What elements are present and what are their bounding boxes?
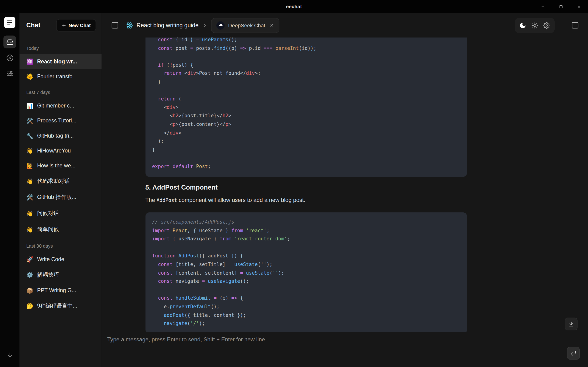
code-line: const [content, setContent] = useState('…	[152, 269, 460, 277]
code-line: navigate('/');	[152, 320, 460, 328]
theme-toggle-group	[515, 18, 555, 33]
panel-right-icon	[571, 21, 579, 29]
breadcrumb-chevron-icon	[202, 23, 208, 28]
chat-item-label: 简单问候	[37, 226, 59, 233]
main-header: React blog writing guide DeepSeek Chat	[102, 13, 588, 37]
code-line: return (	[152, 95, 460, 103]
chat-item-emoji-icon: 🛠️	[26, 194, 33, 200]
chat-item-emoji-icon: 🔧	[26, 133, 33, 139]
chat-item-emoji-icon: 🌞	[26, 74, 33, 79]
chat-list: Today⚛️React blog wr...🌞Fourier transfo.…	[20, 38, 102, 367]
nav-settings-button[interactable]	[3, 67, 16, 80]
chat-list-item[interactable]: ⚛️React blog wr...	[20, 54, 102, 69]
chat-item-label: 问候对话	[37, 210, 59, 217]
chat-list-item[interactable]: 🚀Write Code	[20, 252, 102, 267]
code-line: return <div>Post not found</div>;	[152, 69, 460, 78]
maximize-icon	[559, 4, 563, 9]
chat-section-label: Last 30 days	[20, 238, 102, 252]
code-line	[152, 52, 460, 61]
code-line: export default Post;	[152, 163, 460, 171]
chat-list-item[interactable]: 🛠️GitHub 操作版...	[20, 189, 102, 205]
chat-item-label: GitHub 操作版...	[37, 194, 76, 201]
rail-scroll-down-button[interactable]	[3, 348, 16, 361]
model-tab-close-icon[interactable]	[269, 23, 274, 28]
code-line: function AddPost({ addPost }) {	[152, 252, 460, 260]
arrow-down-to-line-icon	[568, 321, 574, 327]
panel-left-icon	[111, 21, 119, 29]
chat-list-item[interactable]: 🛠️Process Tutori...	[20, 113, 102, 128]
chat-item-emoji-icon: 📊	[26, 103, 33, 108]
chat-list-item[interactable]: 👋问候对话	[20, 205, 102, 221]
light-mode-button[interactable]	[530, 21, 540, 30]
compass-icon	[6, 54, 14, 61]
arrow-down-icon	[6, 351, 14, 358]
chat-content[interactable]: const { id } = useParams(); const post =…	[102, 38, 588, 332]
chat-list-item[interactable]: 🤔9种编程语言中...	[20, 298, 102, 314]
chat-item-emoji-icon: 🤔	[26, 303, 33, 309]
chat-list-item[interactable]: 📦PPT Writing G...	[20, 283, 102, 298]
scroll-to-bottom-button[interactable]	[565, 317, 578, 330]
code-line: addPost({ title, content });	[152, 311, 460, 319]
code: // src/components/AddPost.jsimport React…	[152, 218, 460, 328]
close-icon	[577, 4, 581, 9]
toggle-sidebar-button[interactable]	[110, 20, 121, 31]
nav-discover-button[interactable]	[3, 51, 16, 64]
chat-item-label: HiHowAreYou	[37, 148, 71, 154]
send-button[interactable]	[567, 347, 580, 360]
dark-mode-button[interactable]	[518, 21, 528, 30]
chat-item-label: Process Tutori...	[37, 117, 76, 124]
chat-list-item[interactable]: ⚙️解耦技巧	[20, 267, 102, 283]
message-input[interactable]	[102, 332, 588, 367]
paragraph-text: component will allow users to add a new …	[177, 197, 305, 203]
sun-icon	[531, 22, 538, 29]
chat-item-label: Git member c...	[37, 103, 74, 109]
titlebar: eechat	[0, 0, 588, 13]
code-line: const { id } = useParams();	[152, 38, 460, 44]
app-logo-icon	[4, 17, 15, 28]
chat-item-emoji-icon: 👋	[26, 178, 33, 184]
code: const { id } = useParams(); const post =…	[152, 38, 460, 171]
code-line: const handleSubmit = (e) => {	[152, 294, 460, 303]
paragraph-text: The	[146, 197, 157, 203]
close-button[interactable]	[570, 0, 588, 13]
code-line: e.preventDefault();	[152, 303, 460, 311]
chat-list-item[interactable]: 👋简单问候	[20, 221, 102, 237]
minimize-icon	[541, 4, 545, 9]
code-line	[152, 286, 460, 294]
breadcrumb[interactable]: React blog writing guide	[126, 21, 199, 29]
settings-button[interactable]	[542, 21, 552, 30]
deepseek-logo-icon	[217, 21, 225, 29]
message-thread: const { id } = useParams(); const post =…	[146, 38, 545, 332]
chat-list-item[interactable]: 👋HiHowAreYou	[20, 143, 102, 158]
sidebar-title: Chat	[26, 21, 40, 29]
code-line: const navigate = useNavigate();	[152, 277, 460, 286]
code-line: );	[152, 137, 460, 145]
model-tab[interactable]: DeepSeek Chat	[211, 18, 279, 33]
chat-list-item[interactable]: 👋代码求助对话	[20, 173, 102, 189]
maximize-button[interactable]	[552, 0, 570, 13]
section-heading: 5. AddPost Component	[146, 183, 467, 191]
code-line: if (!post) {	[152, 61, 460, 69]
chat-item-label: Write Code	[37, 256, 64, 262]
assistant-message: const { id } = useParams(); const post =…	[146, 38, 467, 332]
code-line: }	[152, 78, 460, 86]
new-chat-button[interactable]: New Chat	[56, 19, 96, 32]
chat-list-item[interactable]: 📊Git member c...	[20, 98, 102, 113]
composer	[102, 332, 588, 367]
code-line: <div>	[152, 103, 460, 112]
chat-list-item[interactable]: 🙋How is the we...	[20, 158, 102, 173]
code-block: // src/components/AddPost.jsimport React…	[146, 212, 467, 332]
nav-chats-button[interactable]	[3, 36, 16, 49]
chat-item-emoji-icon: 🚀	[26, 257, 33, 262]
inline-code: AddPost	[157, 197, 177, 203]
minimize-button[interactable]	[534, 0, 552, 13]
code-line: const [title, setTitle] = useState('');	[152, 260, 460, 269]
chat-item-emoji-icon: 🙋	[26, 163, 33, 168]
react-icon	[126, 21, 133, 29]
chat-item-label: React blog wr...	[37, 58, 77, 65]
toggle-right-panel-button[interactable]	[570, 20, 580, 31]
chat-list-item[interactable]: 🔧GitHub tag tri...	[20, 128, 102, 143]
chat-item-label: How is the we...	[37, 163, 75, 169]
chat-list-item[interactable]: 🌞Fourier transfo...	[20, 69, 102, 84]
nav-rail	[0, 13, 20, 367]
